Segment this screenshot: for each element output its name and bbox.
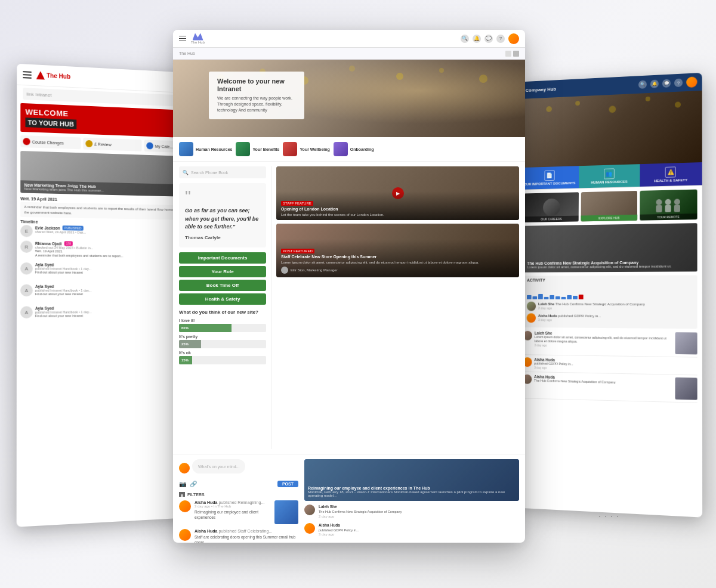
right-gallery-explore-btn[interactable]: EXPLORE HUB xyxy=(581,215,637,222)
center-news-overlay-1: POST FEATURED Staff Celebrate New Store … xyxy=(276,239,519,277)
center-cat-hr[interactable]: Human Resources xyxy=(179,142,232,156)
svg-point-14 xyxy=(665,199,671,205)
right-nav-item-1[interactable]: 👥 HUMAN RESOURCES xyxy=(579,164,640,188)
center-news-card-0[interactable]: ▶ STAFF FEATURE Opening of London Locati… xyxy=(276,166,519,220)
center-cat-well[interactable]: Your Wellbeing xyxy=(283,142,329,156)
center-social-right-content-1: Aisha Huda published GDPR Policy in... 3… xyxy=(319,523,519,537)
svg-point-16 xyxy=(674,199,680,205)
right-news-big-overlay: The Hub Confirms New Strategic Acquisiti… xyxy=(524,223,698,273)
right-nav-label-1: HUMAN RESOURCES xyxy=(591,180,627,185)
right-help-icon[interactable]: ? xyxy=(674,79,683,88)
left-ti-text-4: Find out about your new intranet xyxy=(35,314,183,319)
right-bell-icon[interactable]: 🔔 xyxy=(650,79,659,88)
left-qa-item-0[interactable]: Course Changes xyxy=(20,135,81,149)
center-feed-name-1: Aisha Huda published Staff Celebrating..… xyxy=(195,529,298,533)
center-btn-health-safety[interactable]: Health & Safety xyxy=(179,293,266,305)
left-ti-avatar-4: A xyxy=(20,307,33,319)
left-qa-label-2: My Cale... xyxy=(155,144,173,149)
right-search-icon[interactable]: 🔍 xyxy=(638,80,647,88)
center-feed-avatar-1 xyxy=(179,529,191,541)
right-nav-item-0[interactable]: 📄 OUR IMPORTANT DOCUMENTS xyxy=(520,166,579,190)
center-btn-your-role[interactable]: Your Role xyxy=(179,266,266,277)
center-social-news-title: Reimagining our employee and client expe… xyxy=(308,486,516,490)
svg-point-10 xyxy=(646,97,650,101)
center-help-icon[interactable]: ? xyxy=(496,35,505,43)
right-user-avatar[interactable] xyxy=(686,76,697,88)
right-news-big-body: Lorem ipsum dolor sit amet, consectetur … xyxy=(527,264,693,269)
center-hamburger[interactable] xyxy=(179,36,186,42)
center-cat-onb[interactable]: Onboarding xyxy=(334,142,374,156)
center-social-right-feed-0: Laleh She The Hub Confirms New Strategic… xyxy=(304,505,519,518)
center-feed-text-1: Staff are celebrating doors opening this… xyxy=(195,534,298,543)
center-poll: What do you think of our new site? I lov… xyxy=(179,310,266,364)
svg-point-8 xyxy=(575,101,580,106)
right-chat-icon[interactable]: 💬 xyxy=(662,79,671,88)
center-cat-ben-label: Your Benefits xyxy=(252,147,279,151)
center-poll-fill-0: 60% xyxy=(179,324,232,332)
left-ti-content-3: Ayla Syed published Intranet Handbook • … xyxy=(35,284,183,296)
svg-point-9 xyxy=(609,106,616,113)
center-phone-search[interactable]: 🔍 Search Phone Book xyxy=(179,166,266,178)
right-gallery-2[interactable]: YOUR REMOTE xyxy=(640,190,698,221)
center-social-compose-row: What's on your mind... xyxy=(179,459,298,477)
center-photo-icon[interactable]: 📷 xyxy=(179,481,186,487)
right-chart-bar-5 xyxy=(555,296,560,299)
center-bell-icon[interactable]: 🔔 xyxy=(473,35,481,43)
center-social-news-card[interactable]: Reimagining our employee and client expe… xyxy=(304,459,519,501)
center-feed-text-0: Reimagining our employee and client expe… xyxy=(195,509,271,520)
center-chat-icon[interactable]: 💬 xyxy=(484,35,493,43)
center-feed-item-0: Aisha Huda published Reimagining... 3 da… xyxy=(179,500,298,524)
right-feed-text-0: Lorem ipsum dolor sit amet, consectetur … xyxy=(535,335,673,345)
center-link-icon[interactable]: 🔗 xyxy=(190,481,197,487)
breadcrumb-icon-list[interactable] xyxy=(513,51,519,57)
svg-point-7 xyxy=(546,106,552,112)
left-ti-name-0: Evie Jackson xyxy=(35,225,60,230)
left-qa-item-1[interactable]: £ Review xyxy=(83,138,141,151)
left-ti-badge-1: 178 xyxy=(64,241,72,246)
center-user-avatar[interactable] xyxy=(508,33,519,44)
center-quote-text: Go as far as you can see; when you get t… xyxy=(185,207,260,231)
center-feed-thumb-0 xyxy=(274,500,298,524)
right-news-big[interactable]: The Hub Confirms New Strategic Acquisiti… xyxy=(524,223,698,273)
center-news-author-row: Eilir Sion, Marketing Manager xyxy=(281,267,514,274)
center-post-button[interactable]: POST xyxy=(277,481,298,487)
right-chart xyxy=(527,284,693,299)
right-gallery-1[interactable]: EXPLORE HUB xyxy=(581,191,637,221)
right-feed-item-2: Aisha Huda The Hub Confirms New Strategi… xyxy=(523,375,698,403)
left-hamburger-menu[interactable] xyxy=(23,71,31,79)
center-cat-onb-icon xyxy=(334,142,348,156)
right-feed-content-0: Laleh She Lorem ipsum dolor sit amet, co… xyxy=(535,331,673,354)
center-compose-input[interactable]: What's on your mind... xyxy=(192,459,245,474)
right-activity-title: ACTIVITY xyxy=(527,278,693,283)
center-feed-content-0: Aisha Huda published Reimagining... 3 da… xyxy=(195,500,271,524)
center-search-icon[interactable]: 🔍 xyxy=(461,35,469,43)
center-social-right-date-0: 2 day ago xyxy=(319,515,519,518)
right-chart-bar-3 xyxy=(544,297,549,299)
center-logo-icon xyxy=(193,33,203,41)
center-logo-text: The Hub xyxy=(191,41,205,44)
svg-point-6 xyxy=(479,75,487,83)
center-feed-name-0: Aisha Huda published Reimagining... xyxy=(195,500,271,505)
right-gallery-label-0: OUR CAREERS xyxy=(524,216,579,222)
right-gallery-label-2: YOUR REMOTE xyxy=(640,213,698,221)
center-breadcrumb-text[interactable]: The Hub xyxy=(179,51,195,55)
right-nav-item-2[interactable]: ⚠️ HEALTH & SAFETY xyxy=(640,162,702,187)
center-poll-label-2: It's ok xyxy=(179,351,266,355)
center-btn-important-docs[interactable]: Important Documents xyxy=(179,252,266,264)
center-poll-option-2: It's ok 15% xyxy=(179,351,266,364)
right-act-item-0: Laleh She The Hub Confirms New Strategic… xyxy=(527,302,694,312)
right-gallery-0[interactable]: OUR CAREERS xyxy=(524,192,579,222)
center-left-col: 🔍 Search Phone Book " Go as far as you c… xyxy=(179,166,271,449)
center-news-card-1[interactable]: POST FEATURED Staff Celebrate New Store … xyxy=(276,224,519,277)
center-main-content: 🔍 Search Phone Book " Go as far as you c… xyxy=(173,162,525,454)
center-news-label-1: POST FEATURED xyxy=(281,249,314,253)
center-btn-book-time-off[interactable]: Book Time Off xyxy=(179,280,266,291)
center-filter-bar: FILTERS xyxy=(179,492,298,497)
svg-rect-17 xyxy=(674,205,680,212)
breadcrumb-icon-grid[interactable] xyxy=(505,51,511,57)
right-act-item-1: Aisha Huda published GDPR Policy in... 3… xyxy=(527,313,694,324)
svg-point-3 xyxy=(349,66,355,72)
left-qa-icon-1 xyxy=(85,140,92,147)
center-cat-ben[interactable]: Your Benefits xyxy=(236,142,279,156)
right-act-avatar-0 xyxy=(527,302,536,311)
